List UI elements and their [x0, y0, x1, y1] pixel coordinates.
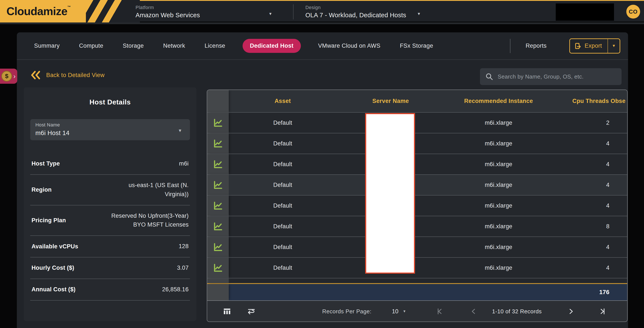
- table-row[interactable]: Default m6i.xlarge 4: [207, 154, 627, 174]
- platform-caret-icon[interactable]: ▼: [268, 12, 272, 16]
- row-chart-icon-cell: [207, 278, 229, 283]
- row-chart-icon-cell[interactable]: [207, 237, 229, 257]
- main-container: Summary Compute Storage Network License …: [17, 32, 628, 328]
- column-header-cpu-threads[interactable]: Cpu Threads Obse: [552, 90, 627, 112]
- host-name-label: Host Name: [36, 122, 185, 128]
- servers-table-panel: Asset Server Name Recommended Instance C…: [207, 90, 628, 322]
- detail-label: Available vCPUs: [32, 243, 78, 250]
- row-chart-icon-cell[interactable]: [207, 133, 229, 154]
- row-chart-icon-cell[interactable]: [207, 154, 229, 174]
- cell-cpu-threads: 4: [552, 196, 627, 216]
- totals-instance-cell: [444, 284, 552, 300]
- cell-asset: Default: [229, 175, 337, 195]
- cell-cpu-threads: 4: [552, 154, 627, 174]
- column-header-server-name[interactable]: Server Name: [337, 90, 444, 112]
- last-page-button[interactable]: [599, 301, 607, 322]
- table-row[interactable]: Default m6i.xlarge 2: [207, 112, 627, 133]
- export-label: Export: [585, 42, 602, 49]
- cell-recommended-instance: m6i.xlarge: [444, 258, 552, 278]
- user-avatar[interactable]: CO: [626, 5, 640, 18]
- topbar-divider: [293, 4, 294, 20]
- first-page-button[interactable]: [436, 301, 443, 322]
- row-chart-icon-cell[interactable]: [207, 216, 229, 236]
- export-separator: [608, 39, 608, 53]
- cell-asset: Default: [229, 196, 337, 216]
- pagination-range-label: 1-10 of 32 Records: [491, 301, 543, 322]
- table-row[interactable]: Default m6i.xlarge 4: [207, 133, 627, 154]
- tab-fsx-storage[interactable]: FSx Storage: [400, 42, 433, 49]
- cell-recommended-instance: m6i.xlarge: [444, 133, 552, 154]
- export-caret-icon[interactable]: ▼: [608, 44, 620, 48]
- column-header-asset[interactable]: Asset: [229, 90, 337, 112]
- search-input[interactable]: [498, 73, 616, 80]
- host-name-caret-icon[interactable]: ▼: [178, 128, 182, 133]
- reports-button[interactable]: Reports: [526, 42, 546, 49]
- detail-row-hourly-cost: Hourly Cost ($) 3.07: [30, 258, 190, 279]
- export-button[interactable]: Export ▼: [569, 38, 620, 54]
- total-cpu-threads: 176: [552, 284, 627, 300]
- detail-row-annual-cost: Annual Cost ($) 26,858.16: [30, 279, 190, 300]
- export-main-action[interactable]: Export: [570, 42, 608, 50]
- totals-server-cell: [337, 284, 444, 300]
- cell-recommended-instance: m6i.xlarge: [444, 154, 552, 174]
- table-row[interactable]: Default m6i.xlarge 4: [207, 257, 627, 278]
- nav-divider: [510, 39, 510, 53]
- search-box[interactable]: [480, 68, 622, 85]
- cell-cpu-threads: 4: [552, 175, 627, 195]
- next-page-button[interactable]: [567, 301, 575, 322]
- redacted-server-names-overlay: [365, 113, 415, 274]
- tab-network[interactable]: Network: [163, 42, 185, 49]
- platform-selector[interactable]: Platform Amazon Web Services: [136, 1, 200, 22]
- detail-row-available-vcpus: Available vCPUs 128: [30, 236, 190, 258]
- cost-side-tab[interactable]: $ ›: [0, 68, 17, 84]
- export-icon: [574, 42, 582, 50]
- design-label: Design: [306, 5, 406, 10]
- tab-license[interactable]: License: [204, 42, 225, 49]
- tab-compute[interactable]: Compute: [79, 42, 103, 49]
- cell-recommended-instance: m6i.xlarge: [444, 113, 552, 133]
- platform-label: Platform: [136, 5, 200, 10]
- back-to-detailed-view-link[interactable]: Back to Detailed View: [30, 70, 105, 80]
- host-name-select[interactable]: Host Name m6i Host 14 ▼: [30, 119, 190, 140]
- detail-row-host-type: Host Type m6i: [30, 153, 190, 175]
- detail-row-pricing-plan: Pricing Plan Reserved No Upfront(3-Year)…: [30, 206, 190, 236]
- table-row[interactable]: Default m6i.xlarge 8: [207, 216, 627, 236]
- cell-asset: Default: [229, 133, 337, 154]
- table-totals-row: 176: [207, 283, 627, 300]
- tab-vmware-cloud-on-aws[interactable]: VMware Cloud on AWS: [318, 42, 380, 49]
- tab-summary[interactable]: Summary: [34, 42, 60, 49]
- top-bar: Cloudamize™ Platform Amazon Web Services…: [0, 0, 644, 22]
- design-selector[interactable]: Design OLA 7 - Workload, Dedicated Hosts: [306, 1, 406, 22]
- records-per-page-select[interactable]: 10 ▼: [392, 301, 406, 322]
- detail-label: Annual Cost ($): [32, 286, 76, 293]
- column-header-recommended-instance[interactable]: Recommended Instance: [444, 90, 552, 112]
- detail-label: Region: [32, 186, 52, 193]
- column-settings-icon[interactable]: [223, 301, 231, 322]
- cell-asset: Default: [229, 258, 337, 278]
- row-chart-icon-cell[interactable]: [207, 258, 229, 278]
- tab-storage[interactable]: Storage: [123, 42, 144, 49]
- row-chart-icon-cell[interactable]: [207, 113, 229, 133]
- design-caret-icon[interactable]: ▼: [417, 12, 421, 16]
- detail-value: m6i: [179, 159, 188, 168]
- row-chart-icon-cell[interactable]: [207, 196, 229, 216]
- text-wrap-icon[interactable]: [247, 301, 256, 322]
- cell-cpu-threads: 4: [552, 258, 627, 278]
- cell-asset: Default: [229, 237, 337, 257]
- row-chart-icon-cell[interactable]: [207, 175, 229, 195]
- cell-recommended-instance: m6i.xlarge: [444, 196, 552, 216]
- tab-dedicated-host[interactable]: Dedicated Host: [242, 39, 301, 53]
- tab-bar: Summary Compute Storage Network License …: [17, 32, 628, 60]
- partial-row-body: [229, 278, 627, 283]
- detail-value: 3.07: [177, 264, 188, 272]
- cell-cpu-threads: 2: [552, 113, 627, 133]
- cell-cpu-threads: 4: [552, 133, 627, 154]
- host-details-list: Host Type m6i Region us-east-1 (US East …: [30, 153, 190, 300]
- table-row[interactable]: Default m6i.xlarge 4: [207, 195, 627, 216]
- table-row-highlighted[interactable]: Default m6i.xlarge 4: [207, 174, 627, 195]
- detail-label: Pricing Plan: [32, 217, 66, 224]
- previous-page-button[interactable]: [470, 301, 478, 322]
- trademark-symbol: ™: [67, 5, 70, 9]
- totals-icon-cell: [207, 284, 229, 300]
- table-row[interactable]: Default m6i.xlarge 4: [207, 236, 627, 257]
